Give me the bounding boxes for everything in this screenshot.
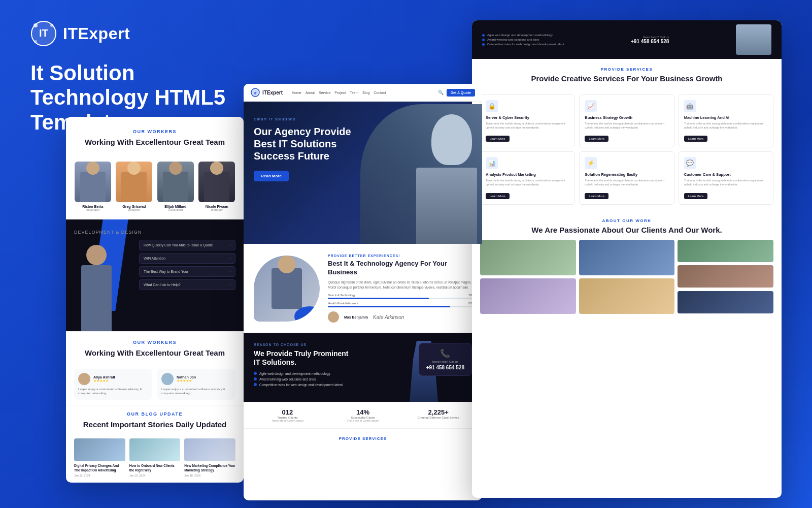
search-icon[interactable]: 🔍 — [438, 90, 444, 95]
rp-service-title-5: Solution Regenerating Easily — [585, 172, 668, 177]
lp-reviewer-info-2: Nathan Jon ★★★★★ — [161, 373, 231, 385]
cp-nav-service[interactable]: Service — [319, 91, 330, 94]
lp-blog-date-2: Jan 15, 2024 — [129, 474, 181, 477]
cp-exp-image — [254, 256, 320, 322]
cp-nav-logo-icon: IT — [251, 88, 260, 97]
lp-team-role-4: Manager — [198, 208, 236, 211]
lp-review-grid: Allya Ashrafi ★★★★★ I super enjoy a cust… — [66, 364, 244, 405]
rp-service-desc-6: Trainone is the worlds strong architects… — [684, 179, 768, 186]
cp-stat-number-2: 14% — [327, 408, 399, 416]
rp-about-photo-1 — [480, 240, 576, 275]
lp-team-grid: Risten Berta Developer Greg Griswad Desi… — [66, 155, 244, 219]
lp-blog-grid: Digital Privacy Changes And The Impact O… — [66, 434, 244, 481]
lp-reviewer-avatar-2 — [161, 373, 174, 385]
cp-progress-fill-1 — [328, 298, 429, 299]
rp-service-btn-2[interactable]: Learn More — [585, 136, 608, 142]
lp-faq-item-3[interactable]: The Best Way to Brand Your › — [139, 266, 235, 277]
rp-service-btn-6[interactable]: Learn More — [684, 193, 708, 199]
lp-team-name-3: Elijah Millard — [157, 205, 194, 208]
rp-service-btn-1[interactable]: Learn More — [486, 136, 510, 142]
lp-team-label: OUR WORKERS — [76, 129, 233, 134]
lp-reviewer-stars-2: ★★★★★ — [177, 379, 196, 383]
cp-progress-fill-2 — [328, 306, 450, 307]
lp-review-text-1: I super enjoy a customized software advi… — [78, 387, 148, 396]
lp-faq-arrow-2: › — [229, 256, 231, 261]
cp-call-badge: 📞 Need Help? Call us +91 458 654 528 — [419, 343, 472, 376]
cp-stat-sublabel-1: There are of Lorem ipsum — [252, 419, 323, 422]
lp-blog-card-1: Digital Privacy Changes And The Impact O… — [74, 438, 125, 477]
lp-faq-arrow-1: › — [229, 243, 231, 247]
rp-service-btn-3[interactable]: Learn More — [684, 136, 708, 142]
cp-navbar: IT ITExpert Home About Service Project T… — [244, 84, 482, 102]
rp-service-title-4: Analysis Product Marketing — [486, 172, 569, 177]
cp-nav-logo-text: ITExpert — [262, 90, 283, 96]
rp-topbar-person — [736, 24, 771, 55]
rp-service-card-5: ⚡ Solution Regenerating Easily Trainone … — [579, 151, 674, 204]
lp-team-card: Risten Berta Developer — [74, 162, 112, 211]
rp-topbar-dot-2 — [482, 39, 485, 41]
cp-nav-logo: IT ITExpert — [251, 88, 283, 97]
rp-about-col-2 — [579, 240, 675, 314]
svg-point-4 — [34, 40, 37, 43]
cp-progress-bg-2 — [328, 306, 472, 307]
rp-about-photo-2 — [480, 278, 576, 314]
rp-about-photo-7 — [678, 291, 773, 313]
lp-reviewer-name-1: Allya Ashrafi — [93, 375, 115, 379]
rp-topbar: Agile web design and development methodo… — [472, 20, 782, 59]
cp-signature-row: Max Benjamin Kate Atkinson — [328, 311, 472, 323]
cp-nav-team[interactable]: Team — [350, 91, 358, 94]
rp-about-photo-6 — [678, 265, 773, 288]
lp-team-avatar-1 — [75, 162, 111, 202]
lp-blog-thumb-3 — [184, 438, 235, 461]
cp-exp-section: PROVIDE BETTER EXPERIENCES! Best It & Te… — [244, 244, 482, 333]
cp-hero-cta-button[interactable]: Read More — [254, 171, 289, 181]
cp-nav-contact[interactable]: Contact — [374, 91, 386, 94]
rp-service-desc-5: Trainone is the worlds strong architects… — [585, 179, 668, 186]
cp-progress-row-1: Best It & Technology 70 — [328, 294, 472, 299]
cp-stats-row: 012 Trusted Clients There are of Lorem i… — [244, 402, 482, 428]
cp-nav-home[interactable]: Home — [292, 91, 301, 94]
cp-progress-row-2: Health Establishments 85 — [328, 302, 472, 307]
lp-team-avatar-2 — [116, 162, 152, 202]
rp-service-btn-5[interactable]: Learn More — [585, 193, 608, 199]
rp-about-col-3 — [678, 240, 773, 314]
rp-service-title-3: Machine Learning And AI — [684, 115, 768, 120]
cp-nav-blog[interactable]: Blog — [362, 91, 369, 94]
cp-stat-label-3: Criminal Defense Case Served — [402, 416, 474, 419]
lp-faq-item-1[interactable]: How Quickly Can You Able to Issue a Quot… — [139, 240, 235, 250]
rp-topbar-dot-1 — [482, 34, 485, 37]
lp-team-name-2: Greg Griswad — [116, 205, 153, 208]
lp-faq-item-2[interactable]: WiFi Attention › — [139, 253, 235, 264]
cp-call-label: Need Help? Call us — [426, 360, 464, 363]
rp-about-photo-grid — [472, 240, 782, 319]
lp-review-card-2: Nathan Jon ★★★★★ I super enjoy a customi… — [157, 369, 235, 400]
cp-nav-about[interactable]: About — [306, 91, 315, 94]
cp-stat-number-1: 012 — [252, 408, 323, 416]
cp-nav-project[interactable]: Project — [334, 91, 346, 94]
cp-nav-links: Home About Service Project Team Blog Con… — [292, 91, 433, 94]
rp-about-title: We Are Passionate About Our Clients And … — [482, 226, 771, 235]
rp-services-label: PROVIDE SERVICES — [482, 67, 771, 72]
lp-team-role-2: Designer — [116, 208, 153, 211]
cp-hero-title: Our Agency Provide Best IT Solutions Suc… — [254, 125, 365, 162]
cp-exp-label: PROVIDE BETTER EXPERIENCES! — [328, 254, 472, 258]
rp-service-desc-4: Trainone is the worlds strong architects… — [486, 179, 569, 186]
cp-cta-bullet-dot-2 — [254, 377, 257, 380]
lp-review-text-2: I super enjoy a customized software advi… — [161, 387, 231, 396]
brand-logo: IT ITExpert — [30, 20, 244, 47]
rp-service-card-3: 🤖 Machine Learning And AI Trainone is th… — [679, 94, 773, 147]
rp-about-col-1 — [480, 240, 576, 314]
lp-faq-arrow-3: › — [229, 269, 231, 274]
rp-topbar-bullet-1: Agile web design and development methodo… — [482, 34, 564, 37]
cp-nav-cta-button[interactable]: Get A Quote — [447, 89, 475, 97]
lp-blog-title: Recent Important Stories Daily Updated — [76, 420, 233, 430]
cp-cta-bullet-dot-1 — [254, 372, 257, 375]
rp-service-desc-2: Trainone is the worlds strong architects… — [585, 122, 668, 130]
svg-point-3 — [50, 24, 53, 27]
lp-team-name-4: Nicole Fivaan — [198, 205, 236, 208]
panel-left: OUR WORKERS Working With Excellentour Gr… — [66, 117, 244, 483]
strategy-icon: 📈 — [585, 100, 597, 112]
rp-service-btn-4[interactable]: Learn More — [486, 193, 510, 199]
lp-team-card-2: Greg Griswad Designer — [116, 162, 153, 211]
lp-faq-item-4[interactable]: What Can I do to Help? › — [139, 279, 235, 290]
